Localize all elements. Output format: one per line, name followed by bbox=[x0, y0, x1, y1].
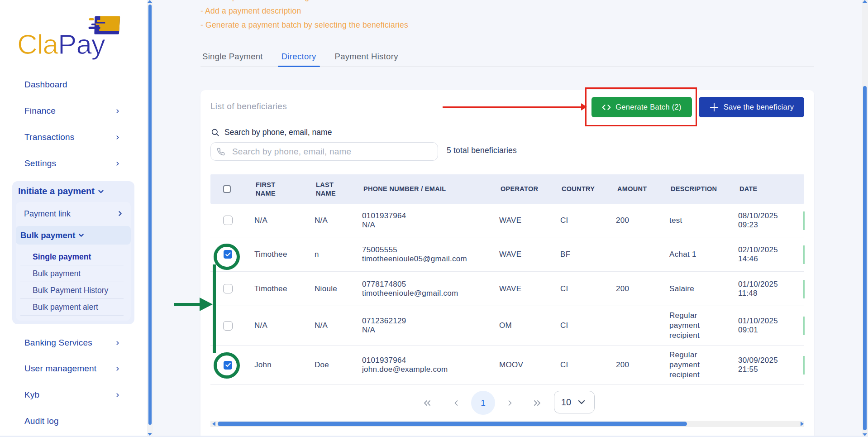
cell-description: Achat 1 bbox=[669, 250, 720, 259]
table-horizontal-scrollbar[interactable] bbox=[210, 421, 804, 427]
search-input[interactable] bbox=[210, 142, 438, 161]
pagination-prev-button[interactable] bbox=[447, 391, 465, 415]
chevron-right-icon bbox=[114, 336, 121, 349]
logo-text-pay: Pay bbox=[58, 29, 105, 60]
cell-country: CI bbox=[560, 360, 616, 370]
tab-directory[interactable]: Directory bbox=[280, 47, 318, 66]
pagination: 1 10 bbox=[200, 391, 814, 415]
sidebar-item-bulk-payment-group[interactable]: Bulk payment bbox=[16, 226, 131, 245]
beneficiaries-card: List of beneficiaries Generate Batch (2)… bbox=[200, 90, 814, 436]
search-icon bbox=[211, 128, 219, 137]
clipped-row-action-button[interactable] bbox=[803, 317, 805, 335]
pagination-page-1[interactable]: 1 bbox=[471, 391, 495, 415]
logo-text-cla: Cla bbox=[17, 29, 58, 60]
tab-bar: Single PaymentDirectoryPayment History bbox=[200, 47, 814, 67]
sidebar-subitem-single-payment[interactable]: Single payment bbox=[16, 249, 131, 265]
pagination-first-button[interactable] bbox=[418, 391, 436, 415]
initiate-panel: Initiate a payment Payment link Bulk pay… bbox=[12, 181, 134, 324]
cell-operator: WAVE bbox=[499, 250, 560, 259]
instruction-line-1: - Add a payment description bbox=[200, 6, 301, 16]
sidebar-item-payment-link[interactable]: Payment link bbox=[24, 209, 71, 219]
bulk-payment-submenu: Single paymentBulk paymentBulk Payment H… bbox=[16, 249, 131, 316]
sidebar-subitem-bulk-payment-alert[interactable]: Bulk payment alert bbox=[16, 299, 131, 316]
chevron-right-icon bbox=[114, 389, 121, 401]
page-scrollbar-thumb[interactable] bbox=[863, 86, 867, 430]
sidebar-scrollbar-thumb[interactable] bbox=[148, 5, 152, 425]
pagination-last-button[interactable] bbox=[528, 391, 546, 415]
chevron-down-icon bbox=[97, 187, 105, 196]
column-header-last-name: LAST NAME bbox=[315, 181, 353, 198]
clipped-row-action-button[interactable] bbox=[803, 356, 805, 375]
logo-text: ClaPay bbox=[17, 28, 105, 60]
total-beneficiaries: 5 total beneficiaries bbox=[447, 146, 517, 155]
clipped-row-action-button[interactable] bbox=[803, 280, 805, 298]
pagination-next-button[interactable] bbox=[501, 391, 519, 415]
table-row-5: JohnDoe0101937964john.doe@example.comMOO… bbox=[210, 346, 804, 385]
chevrons-left-icon bbox=[422, 398, 433, 408]
cell-last-name: Doe bbox=[315, 360, 362, 370]
cell-last-name: n bbox=[315, 250, 362, 259]
clapay-logo: ClaPay bbox=[17, 14, 121, 63]
sidebar: ClaPay DashboardFinanceTransactionsSetti… bbox=[0, 0, 147, 437]
select-all-checkbox[interactable] bbox=[223, 185, 231, 193]
chevron-right-icon bbox=[114, 105, 121, 117]
page-size-select[interactable]: 10 bbox=[554, 391, 595, 413]
sidebar-scrollbar[interactable] bbox=[147, 0, 153, 437]
cell-first-name: N/A bbox=[254, 321, 315, 330]
chevron-right-icon bbox=[116, 210, 124, 217]
clipped-row-action-button[interactable] bbox=[803, 211, 805, 230]
table-row-2: Timotheen75005555timotheenioule05@gmail.… bbox=[210, 237, 804, 272]
clipped-row-action-button[interactable] bbox=[803, 245, 805, 264]
tab-payment-history[interactable]: Payment History bbox=[333, 47, 400, 66]
row-checkbox[interactable] bbox=[223, 284, 233, 293]
horizontal-scrollbar-thumb[interactable] bbox=[218, 422, 687, 426]
sidebar-item-initiate-a-payment[interactable]: Initiate a payment bbox=[18, 186, 105, 197]
sidebar-item-dashboard[interactable]: Dashboard bbox=[24, 78, 67, 91]
cell-country: CI bbox=[560, 216, 616, 225]
sidebar-item-settings[interactable]: Settings bbox=[24, 157, 56, 170]
annotation-red-rectangle bbox=[585, 87, 697, 126]
row-checkbox[interactable] bbox=[223, 216, 233, 225]
table-row-1: N/AN/A0101937964N/AWAVECI200test08/10/20… bbox=[210, 204, 804, 237]
cell-date: 30/09/202521:55 bbox=[738, 356, 804, 374]
sidebar-item-audit-log[interactable]: Audit log bbox=[24, 415, 59, 427]
cell-amount: 200 bbox=[616, 216, 669, 225]
column-header-amount: AMOUNT bbox=[616, 185, 669, 193]
table-row-4: N/AN/A0712362129N/AOMCIRegular payment r… bbox=[210, 306, 804, 346]
cell-first-name: N/A bbox=[254, 216, 315, 225]
sidebar-item-kyb[interactable]: Kyb bbox=[24, 389, 39, 401]
cell-date: 02/10/202514:46 bbox=[738, 245, 804, 264]
sidebar-item-banking-services[interactable]: Banking Services bbox=[24, 336, 92, 349]
annotation-red-arrow-head bbox=[581, 103, 587, 110]
scrollbar-up-arrow[interactable] bbox=[148, 0, 152, 3]
scrollbar-right-arrow[interactable] bbox=[801, 422, 804, 426]
scrollbar-left-arrow[interactable] bbox=[212, 422, 215, 426]
sidebar-subitem-bulk-payment[interactable]: Bulk payment bbox=[16, 265, 131, 282]
cell-amount: 200 bbox=[616, 284, 669, 293]
sidebar-item-transactions[interactable]: Transactions bbox=[24, 131, 74, 144]
cell-first-name: Timothee bbox=[254, 284, 315, 293]
table-header: FIRST NAMELAST NAMEPHONE NUMBER / EMAILO… bbox=[210, 174, 804, 204]
cell-last-name: N/A bbox=[315, 216, 362, 225]
column-header-country: COUNTRY bbox=[560, 185, 616, 193]
chevron-right-icon bbox=[114, 362, 121, 375]
cell-date: 01/10/202511:48 bbox=[738, 280, 804, 298]
sidebar-subitem-bulk-payment-history[interactable]: Bulk Payment History bbox=[16, 282, 131, 299]
cell-country: CI bbox=[560, 321, 616, 330]
row-checkbox[interactable] bbox=[223, 321, 233, 331]
cell-country: CI bbox=[560, 284, 616, 293]
annotation-green-arrow bbox=[174, 303, 200, 306]
cell-country: BF bbox=[560, 250, 616, 259]
tab-single-payment[interactable]: Single Payment bbox=[200, 47, 265, 66]
scrollbar-up-arrow[interactable] bbox=[863, 0, 867, 3]
instruction-partial: - Add a phone number to begin bbox=[204, 0, 315, 2]
cell-last-name: N/A bbox=[315, 321, 362, 330]
chevrons-right-icon bbox=[532, 398, 543, 408]
cell-description: Salaire bbox=[669, 284, 720, 294]
sidebar-item-finance[interactable]: Finance bbox=[24, 105, 56, 117]
column-header-phone-number-email: PHONE NUMBER / EMAIL bbox=[362, 185, 499, 193]
sidebar-item-user-management[interactable]: User management bbox=[24, 362, 96, 375]
cell-operator: OM bbox=[499, 321, 560, 330]
page-scrollbar[interactable] bbox=[862, 0, 868, 437]
save-beneficiary-button[interactable]: Save the beneficiary bbox=[699, 97, 804, 117]
